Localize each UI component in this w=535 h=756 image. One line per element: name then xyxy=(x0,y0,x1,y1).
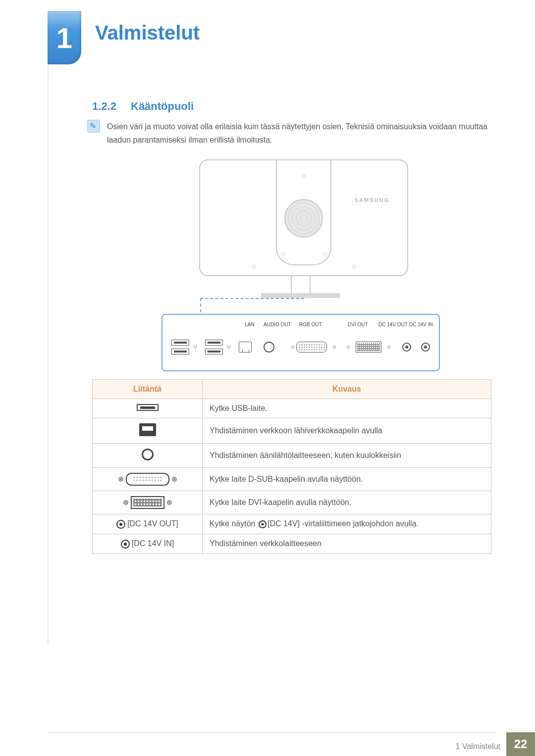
port-panel: LAN AUDIO OUT RGB OUT DVI OUT DC 14V OUT… xyxy=(161,314,440,371)
lan-port-icon xyxy=(139,423,156,436)
left-margin-rule xyxy=(48,11,49,644)
chapter-number-tab: 1 xyxy=(48,11,81,64)
cell-port-usb xyxy=(93,399,203,418)
dc-out-label: [DC 14V OUT] xyxy=(127,519,178,528)
cell-port-dcout: [DC 14V OUT] xyxy=(93,514,203,534)
section-number: 1.2.2 xyxy=(92,100,116,113)
desc-post: -virtaliittimeen jatkojohdon avulla. xyxy=(302,519,419,528)
port-label-dc-in: DC 14V IN xyxy=(409,322,433,327)
dc-jack-icon xyxy=(116,520,125,529)
usb-port-icon xyxy=(137,404,159,411)
cell-desc: Yhdistäminen äänilähtölaitteeseen, kuten… xyxy=(203,444,491,468)
vga-port-icon xyxy=(126,473,169,486)
cell-port-dcin: [DC 14V IN] xyxy=(93,534,203,554)
cell-desc: Kytke USB-laite. xyxy=(203,399,491,418)
dc-jack-icon xyxy=(402,343,411,352)
audio-jack-icon xyxy=(142,449,154,460)
ports-row: ⑂ ⑂ xyxy=(171,336,430,358)
note-icon xyxy=(87,120,100,133)
screw-icon xyxy=(281,252,285,256)
footer-page-number: 22 xyxy=(506,732,535,756)
table-row: Kytke laite D-SUB-kaapelin avulla näyttö… xyxy=(93,468,491,491)
table-header-row: Liitäntä Kuvaus xyxy=(93,380,491,399)
port-description-table: Liitäntä Kuvaus Kytke USB-laite. Yhdistä… xyxy=(92,379,491,554)
dc-jack-icon xyxy=(259,520,267,528)
dvi-port-icon xyxy=(356,342,381,353)
desc-pre: Kytke näytön xyxy=(210,519,258,528)
screw-icon xyxy=(252,264,256,268)
lan-port-icon xyxy=(239,342,252,353)
dc-jack-icon xyxy=(121,540,130,549)
table-row: [DC 14V IN] Yhdistäminen verkkolaitteese… xyxy=(93,534,491,554)
monitor-hinge-icon xyxy=(284,199,323,238)
chapter-number: 1 xyxy=(56,21,72,54)
dc-in-label: [DC 14V IN] xyxy=(132,539,174,548)
table-row: Yhdistäminen verkkoon lähiverkkokaapelin… xyxy=(93,418,491,444)
port-label-rgb-out: RGB OUT xyxy=(299,322,322,327)
note-text: Osien väri ja muoto voivat olla erilaisi… xyxy=(107,120,493,147)
rear-view-diagram: SAMSUNG LAN AUDIO OUT RGB OUT DVI OUT DC… xyxy=(161,159,440,372)
cell-desc: Yhdistäminen verkkoon lähiverkkokaapelin… xyxy=(203,418,491,444)
connector-screw-icon xyxy=(167,500,172,505)
table-row: Yhdistäminen äänilähtölaitteeseen, kuten… xyxy=(93,444,491,468)
cell-port-audio xyxy=(93,444,203,468)
connector-screw-icon xyxy=(118,477,123,482)
connector-screw-icon xyxy=(333,346,336,349)
cell-desc: Kytke laite DVI-kaapelin avulla näyttöön… xyxy=(203,491,491,514)
vga-port-icon xyxy=(296,342,327,353)
footer-rule xyxy=(48,732,495,733)
th-port: Liitäntä xyxy=(93,380,203,399)
dc-jack-icon xyxy=(421,343,430,352)
callout-line xyxy=(200,298,304,299)
connector-screw-icon xyxy=(347,346,350,349)
usb-port-pair-icon xyxy=(205,340,223,354)
connector-screw-icon xyxy=(291,346,294,349)
th-desc: Kuvaus xyxy=(203,380,491,399)
section-title: Kääntöpuoli xyxy=(131,100,194,113)
brand-text: SAMSUNG xyxy=(355,197,389,203)
cell-port-lan xyxy=(93,418,203,444)
port-label-lan: LAN xyxy=(245,322,254,327)
cell-desc: Kytke näytön [DC 14V] -virtaliittimeen j… xyxy=(203,514,491,534)
footer-breadcrumb: 1 Valmistelut xyxy=(456,742,500,751)
connector-screw-icon xyxy=(123,500,128,505)
page-footer: 1 Valmistelut 22 xyxy=(0,732,535,756)
desc-mid: [DC 14V] xyxy=(268,519,302,528)
usb-port-pair-icon xyxy=(171,340,189,354)
screw-icon xyxy=(323,252,327,256)
table-row: Kytke laite DVI-kaapelin avulla näyttöön… xyxy=(93,491,491,514)
stand-base xyxy=(261,293,340,298)
cell-port-vga xyxy=(93,468,203,491)
dvi-port-icon xyxy=(131,496,164,509)
cell-desc: Yhdistäminen verkkolaitteeseen xyxy=(203,534,491,554)
screw-icon xyxy=(302,174,306,178)
monitor-back-outline: SAMSUNG xyxy=(199,159,408,276)
port-label-dc-out: DC 14V OUT xyxy=(378,322,408,327)
cell-desc: Kytke laite D-SUB-kaapelin avulla näyttö… xyxy=(203,468,491,491)
port-label-dvi-out: DVI OUT xyxy=(348,322,368,327)
connector-screw-icon xyxy=(387,346,390,349)
connector-screw-icon xyxy=(172,477,177,482)
chapter-title: Valmistelut xyxy=(95,22,200,44)
port-label-audio-out: AUDIO OUT xyxy=(264,322,291,327)
cell-port-dvi xyxy=(93,491,203,514)
usb-symbol-icon: ⑂ xyxy=(227,343,232,351)
audio-jack-icon xyxy=(264,342,274,353)
table-row: Kytke USB-laite. xyxy=(93,399,491,418)
table-row: [DC 14V OUT] Kytke näytön [DC 14V] -virt… xyxy=(93,514,491,534)
usb-symbol-icon: ⑂ xyxy=(193,343,198,351)
screw-icon xyxy=(352,264,356,268)
